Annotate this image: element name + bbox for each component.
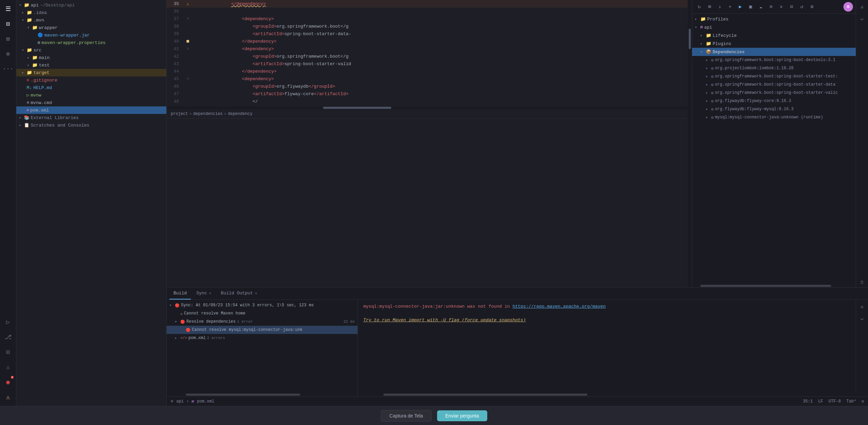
maven-plugins[interactable]: ▸ 📁 Plugins [692, 40, 856, 48]
tree-item-wrapper[interactable]: ▾ 📁 wrapper [16, 24, 166, 31]
enviar-button[interactable]: Enviar pergunta [437, 410, 487, 421]
tree-item-pomxml[interactable]: ▸ m pom.xml [16, 106, 166, 114]
tree-item-mvn[interactable]: ▾ 📁 .mvn [16, 16, 166, 24]
maven-debug-btn[interactable]: ▣ [746, 2, 755, 11]
tree-item-ext-libs[interactable]: ▸ 📚 External Libraries [16, 114, 166, 121]
breadcrumb-part-1[interactable]: project [171, 112, 188, 116]
maven-h-scroll[interactable] [692, 284, 856, 287]
git-icon[interactable]: ⎇ [2, 331, 14, 343]
tab-build-output-close[interactable]: ✕ [255, 291, 257, 295]
status-indent[interactable]: Tab* [846, 399, 856, 404]
maven-run-btn[interactable]: ▶ [736, 2, 745, 11]
build-item-sync[interactable]: ▾ 🔴 Sync: At 01/09/23 15:54 with 3 error… [167, 301, 358, 309]
bottom-wrap-btn[interactable]: ↩ [857, 314, 867, 324]
problems-icon[interactable]: ⚠ [2, 361, 14, 373]
maven-refresh-btn[interactable]: ↻ [695, 2, 704, 11]
code-editor[interactable]: 35 ⚠ </dependency> 36 [167, 0, 688, 287]
output-hscroll-thumb[interactable] [383, 394, 588, 396]
capture-button[interactable]: Captura de Tela [381, 410, 432, 422]
build-item-mysql-error[interactable]: ▸ 🔴 Cannot resolve mysql:mysql-connector… [167, 326, 358, 334]
status-encoding[interactable]: UTF-8 [829, 399, 841, 404]
output-link[interactable]: https://repo.maven.apache.org/maven [513, 304, 606, 309]
structure-icon[interactable]: ⊞ [2, 33, 14, 45]
maven-search-btn[interactable]: ⊡ [787, 2, 796, 11]
bottom-scroll-area [167, 393, 868, 396]
breadcrumb: project › dependencies › dependency [167, 109, 688, 119]
maven-dep-flyway-mysql[interactable]: ▸ ⊡ org.flywaydb:flyway-mysql:9.16.3 [692, 105, 856, 113]
maven-dep-devtools[interactable]: ▸ ⊡ org.springframework.boot:spring-boot… [692, 56, 856, 64]
build-item-maven-home[interactable]: ▸ ⚠ Cannot resolve Maven home [167, 309, 358, 318]
maven-close-btn[interactable]: ✕ [777, 2, 786, 11]
breadcrumb-part-3[interactable]: dependency [228, 112, 252, 116]
tree-item-main[interactable]: ▸ 📁 main [16, 54, 166, 61]
rp-sort-btn[interactable]: ≡ [857, 3, 867, 12]
code-line-48[interactable]: 48 </ [167, 98, 688, 105]
maven-settings-btn[interactable]: ⚙ [808, 2, 816, 11]
tree-item-target[interactable]: ▸ 📁 target [16, 69, 166, 76]
tab-build-output[interactable]: Build Output ✕ [217, 288, 261, 299]
maven-add-btn[interactable]: + [726, 2, 734, 11]
tree-root[interactable]: ▾ 📁 api ~/Desktop/api [16, 1, 166, 9]
code-line-35[interactable]: 35 ⚠ </dependency> [167, 0, 688, 8]
maven-cloud-btn[interactable]: ☁ [756, 2, 765, 11]
build-item-resolve-deps[interactable]: ▾ 🔴 Resolve dependencies 1 error 22 ms [167, 318, 358, 326]
maven-dep-mysql[interactable]: ▸ ⊡ mysql:mysql-connector-java:unknown (… [692, 113, 856, 121]
rp-wrap-btn[interactable]: ↩ [857, 14, 867, 24]
maven-download-btn[interactable]: ⇓ [715, 2, 724, 11]
v-scroll-thumb[interactable] [689, 29, 691, 49]
status-right: 35:1 LF UTF-8 Tab* ⊡ [803, 399, 864, 404]
tree-item-maven-props[interactable]: ▸ ⚙ maven-wrapper.properties [16, 39, 166, 46]
maven-generate-btn[interactable]: ⊞ [705, 2, 714, 11]
build-tree-hscroll-thumb[interactable] [186, 394, 300, 396]
maven-dependencies[interactable]: ▾ 📦 Dependencies [692, 48, 856, 56]
bottom-sort-btn[interactable]: ≡ [857, 303, 867, 312]
tree-item-mvnw-cmd[interactable]: ▸ ≡ mvnw.cmd [16, 99, 166, 106]
status-expand-icon[interactable]: ⊡ [862, 399, 864, 404]
maven-dep-data[interactable]: ▸ ⊡ org.springframework.boot:spring-boot… [692, 80, 856, 89]
terminal-icon[interactable]: ⊡ [2, 346, 14, 358]
gutter-icon-45: ↑ [187, 77, 189, 81]
bottom-panel: Build Sync ✕ Build Output ✕ ▾ 🔴 [167, 287, 868, 396]
tree-item-gitignore[interactable]: ▸ ⊘ .gitignore [16, 76, 166, 84]
maven-lifecycle[interactable]: ▸ 📁 Lifecycle [692, 31, 856, 40]
maven-dep-test[interactable]: ▸ ⊡ org.springframework.boot:spring-boot… [692, 72, 856, 80]
h-scroll-thumb[interactable] [323, 107, 391, 109]
menu-icon[interactable]: ☰ [2, 3, 14, 15]
status-line-ending[interactable]: LF [818, 399, 823, 404]
status-position[interactable]: 35:1 [803, 399, 813, 404]
tab-build[interactable]: Build [169, 288, 191, 299]
tree-item-idea[interactable]: ▸ 📁 .idea [16, 9, 166, 16]
maven-skip-btn[interactable]: ⊘ [767, 2, 775, 11]
breadcrumb-part-2[interactable]: dependencies [193, 112, 223, 116]
maven-dep-flyway-core[interactable]: ▸ ⊡ org.flywaydb:flyway-core:9.16.3 [692, 97, 856, 105]
tree-item-mvnw[interactable]: ▸ ▷ mvnw [16, 91, 166, 99]
more-icon[interactable]: ··· [2, 63, 14, 75]
gutter-icon-41: ↑ [187, 47, 189, 51]
right-panel-tools: ≡ ↩ ip [856, 0, 868, 287]
tree-item-test[interactable]: ▸ 📁 test [16, 61, 166, 69]
run-icon[interactable]: ▷ [2, 316, 14, 328]
editor-vertical-scroll[interactable] [688, 0, 692, 287]
maven-h-scroll-thumb[interactable] [700, 285, 831, 287]
maven-dep-lombok[interactable]: ▸ ⊡ org.projectlombok:lombok:1.18.28 [692, 64, 856, 72]
build-item-pomxml[interactable]: ▸ </> pom.xml 2 errors [167, 334, 358, 342]
build-tree-hscroll[interactable] [167, 393, 358, 396]
warning-badge-icon[interactable]: ⚠ [2, 391, 14, 403]
maven-dep-validation[interactable]: ▸ ⊡ org.springframework.boot:spring-boot… [692, 89, 856, 97]
tree-item-src[interactable]: ▾ 📁 src [16, 46, 166, 54]
tab-sync[interactable]: Sync ✕ [192, 288, 215, 299]
maven-profiles[interactable]: ▸ 📁 Profiles [692, 15, 856, 23]
tab-sync-close[interactable]: ✕ [209, 291, 211, 295]
maven-api[interactable]: ▾ m api [692, 23, 856, 31]
error-indicator-40 [186, 40, 189, 43]
bookmark-icon[interactable]: ⊕ [2, 48, 14, 60]
line-num-36: 36 [167, 9, 184, 14]
maven-reset-btn[interactable]: ↺ [797, 2, 806, 11]
editor-horizontal-scroll[interactable] [167, 106, 688, 109]
project-icon[interactable]: ⊟ [2, 18, 14, 30]
tree-item-scratches[interactable]: ▸ 📋 Scratches and Consoles [16, 121, 166, 129]
watch-icon[interactable]: ◉! [2, 376, 14, 388]
tree-item-helpmd[interactable]: ▸ M↓ HELP.md [16, 84, 166, 91]
output-hscroll[interactable] [358, 393, 868, 396]
tree-item-maven-jar[interactable]: ▸ 🔵 maven-wrapper.jar [16, 31, 166, 39]
